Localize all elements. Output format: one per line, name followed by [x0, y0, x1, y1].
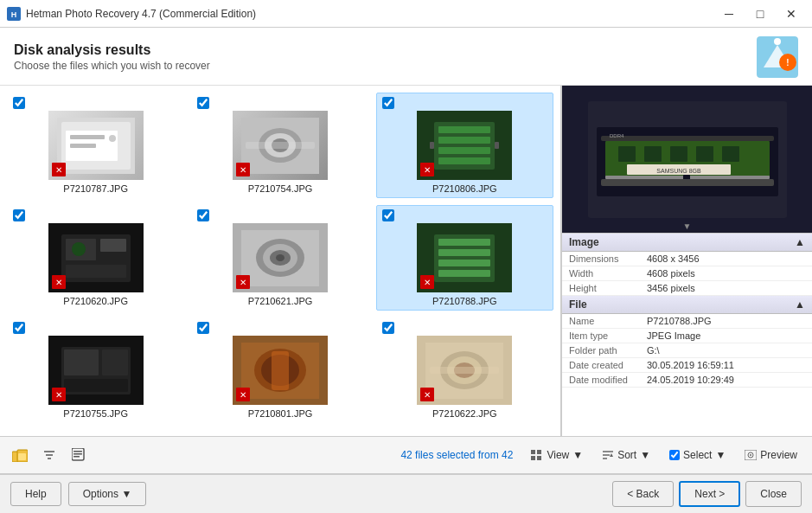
maximize-button[interactable]: □: [746, 2, 774, 26]
svg-rect-84: [537, 450, 541, 454]
search-button[interactable]: [66, 443, 92, 467]
svg-rect-21: [438, 137, 490, 144]
options-button[interactable]: Options ▼: [68, 482, 147, 506]
svg-rect-70: [601, 179, 774, 186]
svg-rect-40: [438, 249, 490, 256]
file-thumbnail: ✕: [233, 223, 328, 292]
sort-button[interactable]: Sort ▼: [594, 445, 658, 465]
file-section-header: File ▲: [562, 296, 812, 314]
svg-point-31: [72, 242, 86, 256]
app-logo: !: [757, 36, 798, 78]
file-name: P7210622.JPG: [432, 408, 497, 419]
dimensions-value: 4608 x 3456: [647, 253, 700, 264]
type-label: Item type: [569, 330, 647, 341]
window-controls: ─ □ ✕: [715, 2, 805, 26]
svg-rect-85: [531, 456, 535, 460]
svg-rect-80: [74, 451, 82, 452]
preview-panel: SAMSUNG 8GB DDR4 ▼ Image ▲ Dimensions: [561, 86, 812, 436]
help-button[interactable]: Help: [10, 482, 61, 506]
file-checkbox[interactable]: [13, 97, 25, 109]
bottom-bar: Help Options ▼ < Back Next > Close: [0, 474, 812, 512]
svg-text:H: H: [11, 10, 17, 19]
filter-button[interactable]: [36, 443, 62, 467]
svg-rect-22: [438, 147, 490, 154]
view-button[interactable]: View ▼: [523, 445, 591, 465]
file-checkbox[interactable]: [197, 209, 209, 221]
svg-point-6: [774, 38, 781, 45]
file-checkbox[interactable]: [197, 322, 209, 334]
file-name: P7210806.JPG: [432, 183, 497, 194]
file-name: P7210621.JPG: [248, 296, 313, 306]
error-mark: ✕: [52, 388, 66, 401]
preview-button[interactable]: Preview: [737, 445, 805, 465]
svg-rect-11: [70, 135, 105, 139]
open-folder-button[interactable]: [7, 443, 33, 467]
svg-rect-61: [618, 146, 636, 162]
info-row-dimensions: Dimensions 4608 x 3456: [562, 252, 812, 266]
created-value: 30.05.2019 16:59:11: [647, 360, 734, 370]
svg-text:DDR4: DDR4: [610, 133, 624, 138]
error-mark: ✕: [236, 163, 250, 176]
list-item[interactable]: ✕ P7210754.JPG: [191, 93, 368, 198]
list-item[interactable]: ✕ P7210787.JPG: [7, 93, 184, 198]
list-item[interactable]: ✕ P7210622.JPG: [376, 317, 553, 423]
file-checkbox[interactable]: [382, 209, 394, 221]
svg-rect-82: [74, 456, 80, 458]
next-button[interactable]: Next >: [679, 481, 740, 507]
svg-rect-10: [109, 135, 116, 142]
file-checkbox[interactable]: [13, 322, 25, 334]
list-item[interactable]: ✕ P7210806.JPG: [376, 93, 553, 198]
close-button-bottom[interactable]: Close: [745, 481, 802, 507]
svg-rect-64: [696, 146, 713, 162]
file-thumbnail: ✕: [417, 336, 512, 405]
back-button[interactable]: < Back: [612, 481, 674, 507]
modified-label: Date modified: [569, 375, 647, 385]
sort-dropdown-icon: ▼: [640, 449, 650, 461]
info-row-modified: Date modified 24.05.2019 10:29:49: [562, 373, 812, 388]
svg-rect-56: [430, 367, 499, 374]
select-dropdown-icon: ▼: [715, 449, 726, 461]
list-item[interactable]: ✕ P7210755.JPG: [7, 317, 184, 423]
dimensions-label: Dimensions: [569, 253, 647, 264]
svg-rect-23: [438, 157, 490, 164]
list-item[interactable]: ✕ P7210621.JPG: [191, 205, 368, 311]
info-row-width: Width 4608 pixels: [562, 266, 812, 281]
svg-rect-86: [537, 456, 541, 460]
file-name: P7210788.JPG: [432, 296, 497, 306]
page-title: Disk analysis results: [14, 42, 757, 58]
list-item[interactable]: ✕ P7210801.JPG: [191, 317, 368, 423]
minimize-button[interactable]: ─: [715, 2, 743, 26]
svg-rect-25: [495, 142, 499, 149]
file-section-label: File: [569, 298, 587, 311]
file-name: P7210754.JPG: [248, 183, 313, 194]
svg-rect-81: [74, 453, 82, 455]
page-header: Disk analysis results Choose the files w…: [0, 28, 812, 86]
svg-rect-62: [644, 146, 662, 162]
file-checkbox[interactable]: [382, 97, 394, 109]
titlebar: H Hetman Photo Recovery 4.7 (Commercial …: [0, 0, 812, 28]
toolbar-right: View ▼ Sort ▼ Select ▼ Preview: [523, 445, 805, 465]
list-item[interactable]: ✕ P7210788.JPG: [376, 205, 553, 311]
file-grid[interactable]: ✕ P7210787.JPG ✕ P7210754.JPG: [0, 86, 561, 436]
file-checkbox[interactable]: [382, 322, 394, 334]
preview-label: Preview: [760, 449, 797, 461]
select-button[interactable]: Select ▼: [662, 445, 733, 465]
header-text: Disk analysis results Choose the files w…: [14, 42, 757, 72]
list-item[interactable]: ✕ P7210620.JPG: [7, 205, 184, 311]
file-checkbox[interactable]: [13, 209, 25, 221]
image-section-header: Image ▲: [562, 234, 812, 252]
name-label: Name: [569, 316, 647, 326]
svg-rect-46: [102, 349, 128, 375]
folder-label: Folder path: [569, 345, 647, 356]
select-checkbox[interactable]: [669, 450, 680, 460]
file-thumbnail: ✕: [417, 111, 512, 180]
info-row-type: Item type JPEG Image: [562, 329, 812, 343]
svg-point-93: [750, 454, 751, 456]
error-mark: ✕: [52, 275, 66, 289]
error-mark: ✕: [420, 388, 434, 401]
file-name: P7210620.JPG: [63, 296, 128, 306]
file-checkbox[interactable]: [197, 97, 209, 109]
close-button[interactable]: ✕: [777, 2, 805, 26]
files-selected-text: 42 files selected from 42: [400, 449, 513, 461]
created-label: Date created: [569, 360, 647, 370]
